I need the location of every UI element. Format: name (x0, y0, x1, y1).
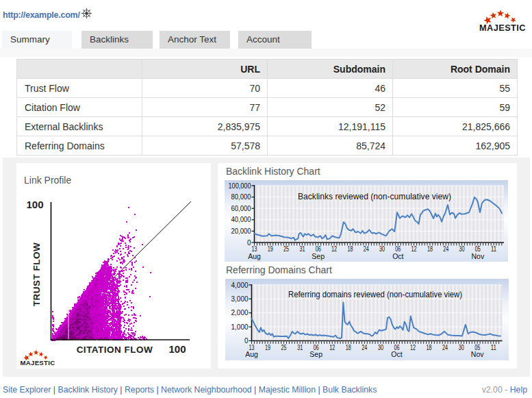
svg-text:100: 100 (26, 199, 43, 210)
svg-text:100,000: 100,000 (229, 182, 251, 190)
svg-text:Aug: Aug (248, 252, 261, 260)
svg-text:18: 18 (347, 245, 353, 253)
svg-text:30: 30 (459, 344, 464, 351)
svg-text:60,000: 60,000 (231, 205, 251, 212)
svg-text:12: 12 (331, 245, 337, 253)
svg-text:18: 18 (427, 344, 432, 351)
svg-text:24: 24 (443, 245, 448, 253)
svg-text:Backlinks reviewed (non-cumula: Backlinks reviewed (non-cumulative view) (298, 192, 451, 201)
svg-text:31: 31 (297, 344, 303, 351)
svg-text:20,000: 20,000 (231, 227, 251, 235)
svg-text:18: 18 (427, 245, 433, 253)
svg-text:19: 19 (268, 245, 273, 253)
svg-text:30: 30 (459, 245, 465, 253)
svg-text:24: 24 (362, 344, 367, 351)
svg-text:Nov: Nov (471, 252, 484, 260)
svg-text:12: 12 (329, 344, 335, 351)
svg-text:0: 0 (244, 337, 249, 345)
svg-text:25: 25 (283, 245, 289, 253)
svg-text:40,000: 40,000 (231, 216, 251, 223)
svg-text:30: 30 (378, 344, 383, 351)
svg-text:Oct: Oct (391, 350, 402, 358)
svg-text:Aug: Aug (245, 350, 258, 358)
svg-text:25: 25 (281, 344, 287, 351)
svg-text:MAJESTIC: MAJESTIC (21, 359, 55, 366)
svg-text:80,000: 80,000 (231, 193, 251, 201)
svg-text:18: 18 (346, 344, 351, 351)
svg-text:1,000: 1,000 (231, 323, 249, 331)
svg-text:12: 12 (410, 344, 416, 351)
svg-text:11: 11 (491, 344, 496, 351)
svg-text:12: 12 (411, 245, 417, 253)
svg-text:100: 100 (168, 343, 186, 355)
svg-text:24: 24 (442, 344, 448, 351)
svg-text:3,000: 3,000 (231, 295, 249, 303)
svg-text:TRUST FLOW: TRUST FLOW (31, 242, 42, 306)
svg-text:Oct: Oct (392, 252, 403, 260)
svg-text:24: 24 (364, 245, 369, 253)
svg-text:2,000: 2,000 (231, 309, 249, 316)
svg-text:Nov: Nov (471, 350, 484, 358)
svg-text:11: 11 (491, 245, 496, 253)
svg-text:4,000: 4,000 (231, 282, 249, 289)
svg-text:30: 30 (379, 245, 385, 253)
svg-text:31: 31 (299, 245, 305, 253)
svg-text:19: 19 (265, 344, 270, 351)
svg-text:Sep: Sep (309, 350, 322, 358)
svg-text:Sep: Sep (312, 252, 325, 260)
svg-text:Referring domains reviewed (no: Referring domains reviewed (non-cumulati… (288, 290, 462, 299)
svg-text:0: 0 (247, 239, 251, 247)
svg-text:CITATION FLOW: CITATION FLOW (77, 345, 153, 355)
